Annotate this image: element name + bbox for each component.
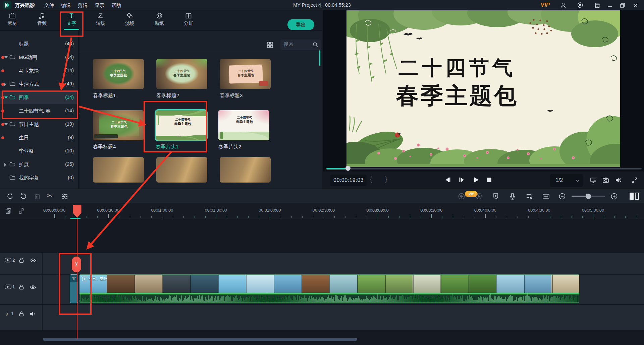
eye-visibility-icon[interactable] <box>30 285 36 289</box>
zoom-out-button[interactable] <box>558 192 566 200</box>
sidebar-item-mg-animation[interactable]: MG动画(14) <box>0 51 78 64</box>
seek-handle[interactable] <box>345 166 351 171</box>
chevron-down-icon[interactable] <box>4 56 8 58</box>
lock-icon[interactable] <box>19 257 24 263</box>
sidebar-item-titles[interactable]: 标题(40) <box>0 37 78 51</box>
delete-button[interactable] <box>33 192 41 200</box>
split-scissors-button[interactable]: ✂ <box>47 192 55 200</box>
template-thumb-row3[interactable] <box>156 157 207 183</box>
template-thumb-spring-intro1-selected[interactable]: 二十四节气春季主题包 <box>156 110 207 140</box>
chevron-down-icon[interactable] <box>4 96 8 98</box>
red-dot-badge <box>1 96 4 99</box>
tab-audio[interactable]: 音频 <box>30 12 54 26</box>
timeline-ruler[interactable]: 00:00:00:0000:00:30:0000:01:00:0000:01:3… <box>0 203 644 219</box>
lock-icon[interactable] <box>19 284 24 290</box>
chevron-down-icon[interactable] <box>4 123 8 125</box>
next-frame-button[interactable] <box>458 176 466 184</box>
tab-sticker[interactable]: 贴纸 <box>147 12 171 26</box>
template-thumb-row3[interactable] <box>93 157 144 183</box>
adjust-properties-button[interactable] <box>61 192 69 200</box>
zoom-in-button[interactable] <box>610 192 618 200</box>
redo-button[interactable] <box>19 192 28 200</box>
playhead-handle[interactable] <box>73 204 82 218</box>
resolution-dropdown[interactable]: 1/2 <box>550 174 583 187</box>
preview-artwork: 二十四节气 春季主题包 <box>346 10 620 167</box>
store-icon[interactable] <box>594 2 601 9</box>
fullscreen-icon[interactable] <box>631 177 638 184</box>
export-button[interactable]: 导出 <box>287 19 314 30</box>
minimize-button[interactable] <box>606 3 613 10</box>
mark-in-button[interactable]: { <box>370 176 372 183</box>
ruler-label: 00:01:30:00 <box>205 208 227 213</box>
render-preview-icon[interactable] <box>475 192 483 200</box>
timeline-zoom-slider-handle[interactable] <box>586 194 591 199</box>
video-track-icon <box>5 258 11 263</box>
stop-button[interactable] <box>485 176 493 184</box>
snapshot-camera-icon[interactable] <box>602 177 609 184</box>
grid-view-icon[interactable] <box>266 41 274 49</box>
vip-badge[interactable]: VIP <box>541 2 550 8</box>
sidebar-item-24-solar-terms-spring[interactable]: 二十四节气-春(14) <box>0 104 78 118</box>
restore-button[interactable] <box>619 2 626 9</box>
seek-bar[interactable] <box>326 168 642 169</box>
template-thumb-spring-title4[interactable]: 二十四节气春季主题包 <box>93 110 144 140</box>
tab-media[interactable]: 素材 <box>0 12 24 26</box>
mark-out-button[interactable]: } <box>385 176 387 183</box>
play-button[interactable] <box>472 176 480 184</box>
voiceover-mic-icon[interactable] <box>508 192 517 200</box>
search-box[interactable] <box>280 40 321 50</box>
template-thumb-spring-intro2[interactable]: 二十四节气春季主题包 <box>218 110 269 140</box>
template-thumb-spring-title1[interactable]: 二十四节气春季主题包 <box>93 59 144 89</box>
lock-icon[interactable] <box>19 311 24 317</box>
chevron-right-icon[interactable] <box>4 83 6 86</box>
sidebar-item-extensions[interactable]: 扩展(25) <box>0 158 78 171</box>
sidebar-item-festival-themes[interactable]: 节日主题(19) <box>0 118 78 131</box>
sidebar-item-my-subtitles[interactable]: 我的字幕(0) <box>0 171 78 185</box>
search-icon[interactable] <box>313 42 318 48</box>
tab-text[interactable]: 文字 <box>59 12 84 26</box>
scissors-icon: ✂ <box>69 262 85 267</box>
display-device-icon[interactable] <box>590 177 597 184</box>
sidebar-item-lifestyle[interactable]: 生活方式(49) <box>0 77 78 91</box>
speaker-icon[interactable] <box>30 311 36 317</box>
sidebar-item-birthday[interactable]: 生日(9) <box>0 131 78 144</box>
sidebar-item-macaron-green[interactable]: 马卡龙绿(14) <box>0 64 78 77</box>
sidebar-item-graduation[interactable]: 毕业祭(10) <box>0 144 78 158</box>
volume-icon[interactable] <box>614 177 622 184</box>
tab-transition[interactable]: 转场 <box>89 12 113 26</box>
undo-button[interactable] <box>6 192 14 200</box>
text-icon <box>68 12 75 19</box>
search-input[interactable] <box>284 41 311 47</box>
audio-mixer-icon[interactable] <box>525 192 533 200</box>
ruler-label: 00:01:00:00 <box>151 208 173 213</box>
track-row-video2[interactable] <box>0 253 644 274</box>
split-at-playhead-button[interactable]: ✂ <box>72 257 81 272</box>
template-thumb-spring-title2[interactable]: 二十四节气春季主题包 <box>156 59 207 89</box>
marker-icon[interactable] <box>492 192 500 200</box>
sticker-icon <box>156 12 163 19</box>
panel-layout-toggle[interactable] <box>629 192 637 200</box>
video-clip[interactable]: 今日，春分 <box>79 274 579 303</box>
tab-splitscreen[interactable]: 分屏 <box>176 12 201 26</box>
template-thumb-row3[interactable] <box>220 157 271 183</box>
fit-timeline-icon[interactable] <box>542 192 550 200</box>
ruler-label: 00:03:00:00 <box>367 208 389 213</box>
tab-filter[interactable]: 滤镜 <box>118 12 142 26</box>
clip-title: 今日，春分 <box>82 276 107 281</box>
template-label: 春季标题1 <box>93 92 147 99</box>
eye-visibility-icon[interactable] <box>30 258 36 263</box>
folder-icon <box>9 95 15 99</box>
previous-frame-button[interactable] <box>444 176 451 184</box>
timeline-horizontal-scrollbar[interactable] <box>43 338 357 341</box>
grid-scrollbar[interactable] <box>319 50 320 66</box>
close-button[interactable] <box>632 2 639 9</box>
chevron-right-icon[interactable] <box>4 163 6 166</box>
template-thumb-spring-title3[interactable]: 二十四节气春季主题包 <box>220 59 271 89</box>
sidebar-item-four-seasons[interactable]: 四季(14) <box>0 91 78 104</box>
user-account-icon[interactable] <box>560 2 567 9</box>
track-number: 1 <box>11 311 13 316</box>
feedback-icon[interactable] <box>577 2 584 9</box>
preview-panel: 二十四节气 春季主题包 <box>323 10 644 189</box>
audio-denoise-icon[interactable] <box>458 192 466 200</box>
track-row-audio1[interactable] <box>0 305 644 330</box>
